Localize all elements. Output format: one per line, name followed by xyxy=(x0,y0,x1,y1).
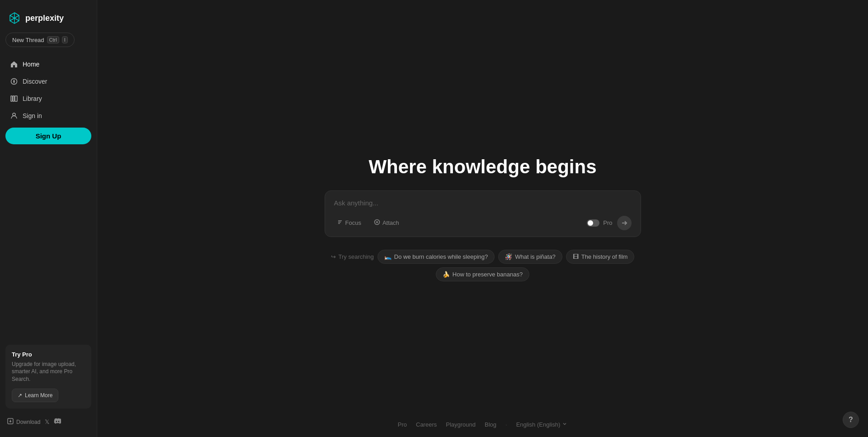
sidebar-footer: Download 𝕏 xyxy=(5,414,91,430)
footer-separator: · xyxy=(505,421,507,428)
new-thread-button[interactable]: New Thread Ctrl I xyxy=(5,33,75,47)
sidebar-item-signin-label: Sign in xyxy=(23,112,42,119)
sidebar-item-library[interactable]: Library xyxy=(5,90,91,107)
language-label: English (English) xyxy=(516,421,561,428)
logo-text: perplexity xyxy=(25,14,64,23)
page-footer: Pro Careers Playground Blog · English (E… xyxy=(97,421,868,428)
svg-rect-11 xyxy=(15,96,17,101)
pinata-label: What is piñata? xyxy=(515,253,556,260)
try-pro-desc: Upgrade for image upload, smarter AI, an… xyxy=(12,361,85,383)
download-icon xyxy=(7,418,14,426)
hero-section: Where knowledge begins Focus Attach xyxy=(325,156,641,281)
search-footer: Focus Attach Pro xyxy=(334,216,632,230)
try-searching-icon: ↪ xyxy=(331,253,336,260)
submit-button[interactable] xyxy=(617,216,632,230)
toggle-switch[interactable] xyxy=(587,219,599,227)
sidebar-item-signin[interactable]: Sign in xyxy=(5,108,91,124)
nav-list: Home Discover Library Sign in xyxy=(5,56,91,124)
suggestions-row-2: 🍌 How to preserve bananas? xyxy=(436,267,529,281)
search-box: Focus Attach Pro xyxy=(325,190,641,237)
focus-label: Focus xyxy=(345,219,361,226)
discord-link[interactable] xyxy=(54,418,61,426)
svg-marker-8 xyxy=(14,81,15,84)
signin-icon xyxy=(10,112,18,120)
learn-more-arrow-icon: ↗ xyxy=(18,392,22,399)
learn-more-label: Learn More xyxy=(25,392,52,399)
arrow-right-icon xyxy=(621,220,627,226)
compass-icon xyxy=(10,77,18,86)
twitter-link[interactable]: 𝕏 xyxy=(45,418,49,425)
discord-icon xyxy=(54,418,61,426)
twitter-icon: 𝕏 xyxy=(45,418,49,425)
sign-up-button[interactable]: Sign Up xyxy=(5,128,91,144)
footer-blog-link[interactable]: Blog xyxy=(485,421,496,428)
suggestion-film[interactable]: 🎞 The history of film xyxy=(566,250,635,264)
film-label: The history of film xyxy=(581,253,628,260)
focus-button[interactable]: Focus xyxy=(334,217,364,228)
pinata-emoji: 🪅 xyxy=(505,253,512,260)
perplexity-logo-icon xyxy=(7,11,22,25)
suggestion-pinata[interactable]: 🪅 What is piñata? xyxy=(498,250,562,264)
footer-pro-link[interactable]: Pro xyxy=(398,421,407,428)
attach-icon xyxy=(374,219,380,227)
download-link[interactable]: Download xyxy=(7,418,40,426)
new-thread-kbd1: Ctrl xyxy=(47,36,59,43)
new-thread-label: New Thread xyxy=(12,37,44,43)
pro-toggle[interactable]: Pro xyxy=(587,219,612,227)
library-icon xyxy=(10,95,18,103)
sidebar-item-discover[interactable]: Discover xyxy=(5,73,91,90)
calories-emoji: 🛌 xyxy=(384,253,392,260)
chevron-down-icon xyxy=(562,421,567,428)
logo-area: perplexity xyxy=(5,7,91,33)
bananas-emoji: 🍌 xyxy=(443,271,450,278)
search-footer-right: Pro xyxy=(587,216,631,230)
sidebar-item-home[interactable]: Home xyxy=(5,56,91,72)
film-emoji: 🎞 xyxy=(573,253,579,260)
svg-point-12 xyxy=(13,113,15,116)
focus-icon xyxy=(337,219,343,227)
try-searching-label: Try searching xyxy=(339,253,374,260)
sidebar: perplexity New Thread Ctrl I Home Discov… xyxy=(0,0,97,437)
try-pro-box: Try Pro Upgrade for image upload, smarte… xyxy=(5,345,91,408)
try-searching-item[interactable]: ↪ Try searching xyxy=(331,253,374,260)
svg-rect-10 xyxy=(13,96,14,101)
sidebar-item-discover-label: Discover xyxy=(23,78,47,85)
footer-playground-link[interactable]: Playground xyxy=(446,421,476,428)
main-content: Where knowledge begins Focus Attach xyxy=(97,0,868,437)
suggestions-row-1: ↪ Try searching 🛌 Do we burn calories wh… xyxy=(331,250,635,264)
search-input[interactable] xyxy=(334,199,632,207)
question-mark-icon: ? xyxy=(849,416,853,424)
calories-label: Do we burn calories while sleeping? xyxy=(394,253,488,260)
language-selector[interactable]: English (English) xyxy=(516,421,568,428)
bananas-label: How to preserve bananas? xyxy=(453,271,523,278)
try-pro-title: Try Pro xyxy=(12,351,85,358)
pro-label: Pro xyxy=(603,219,612,226)
suggestion-calories[interactable]: 🛌 Do we burn calories while sleeping? xyxy=(377,250,495,264)
home-icon xyxy=(10,60,18,68)
suggestion-bananas[interactable]: 🍌 How to preserve bananas? xyxy=(436,267,529,281)
sidebar-item-library-label: Library xyxy=(23,95,42,102)
help-button[interactable]: ? xyxy=(843,412,859,428)
svg-marker-7 xyxy=(14,79,15,81)
sidebar-item-home-label: Home xyxy=(23,61,39,68)
learn-more-button[interactable]: ↗ Learn More xyxy=(12,389,58,402)
attach-label: Attach xyxy=(382,219,399,226)
suggestions-container: ↪ Try searching 🛌 Do we burn calories wh… xyxy=(325,250,641,281)
attach-button[interactable]: Attach xyxy=(371,217,402,228)
svg-rect-9 xyxy=(11,96,12,101)
download-label: Download xyxy=(16,419,40,425)
hero-title: Where knowledge begins xyxy=(368,156,596,178)
footer-careers-link[interactable]: Careers xyxy=(416,421,437,428)
new-thread-kbd2: I xyxy=(62,36,68,43)
